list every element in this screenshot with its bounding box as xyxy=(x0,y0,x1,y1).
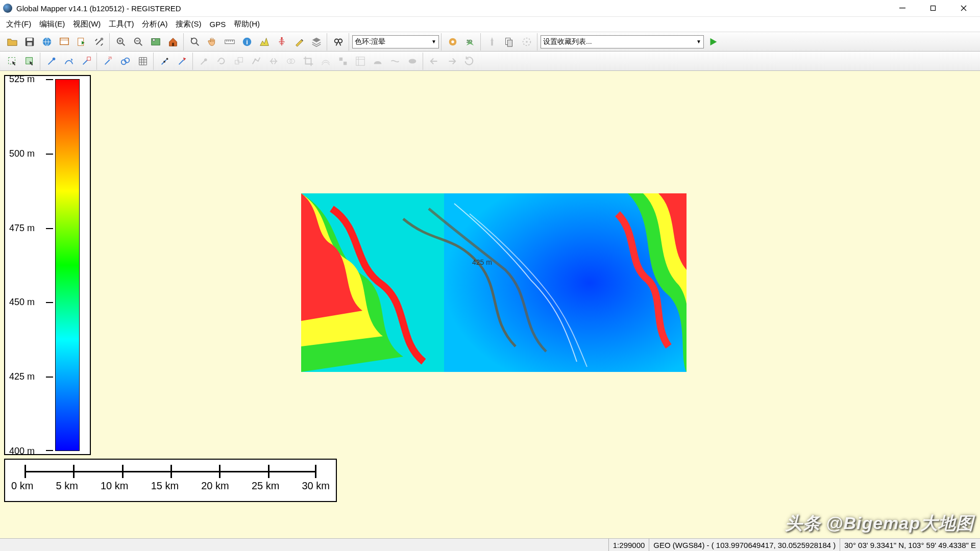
menu-file[interactable]: 文件(F) xyxy=(2,18,35,31)
svg-rect-15 xyxy=(225,40,234,43)
edit-snap-button[interactable] xyxy=(335,53,351,69)
edit-combine-button[interactable] xyxy=(283,53,299,69)
chevron-down-icon: ▼ xyxy=(696,39,701,44)
svg-rect-0 xyxy=(899,8,905,8)
menu-view[interactable]: 视图(W) xyxy=(69,18,105,31)
save-button[interactable] xyxy=(21,34,38,50)
chevron-down-icon: ▼ xyxy=(431,39,436,44)
info-tool-button[interactable]: i xyxy=(239,34,255,50)
select-button[interactable] xyxy=(4,53,20,69)
online-data-button[interactable] xyxy=(39,34,55,50)
workspace-button[interactable] xyxy=(56,34,72,50)
menu-gps[interactable]: GPS xyxy=(205,18,230,30)
edit-rotate-button[interactable] xyxy=(213,53,230,69)
svg-rect-3 xyxy=(27,38,33,41)
menu-search[interactable]: 搜索(S) xyxy=(172,18,205,31)
menu-help[interactable]: 帮助(H) xyxy=(230,18,264,31)
svg-point-19 xyxy=(335,39,338,42)
zoom-out-button[interactable] xyxy=(130,34,146,50)
find-button[interactable] xyxy=(330,34,347,50)
legend-ticks xyxy=(46,79,55,451)
terrain-raster: 425 m xyxy=(301,193,687,372)
svg-point-12 xyxy=(153,39,155,41)
scale-label: 15 km xyxy=(151,480,179,492)
shader-dropdown[interactable]: 色环:渲晕▼ xyxy=(352,35,439,48)
create-buffer-button[interactable] xyxy=(174,53,190,69)
menu-analysis[interactable]: 分析(A) xyxy=(138,18,172,31)
close-button[interactable] xyxy=(948,0,979,17)
full-extent-button[interactable] xyxy=(148,34,164,50)
viewshed-tool-button[interactable] xyxy=(274,34,290,50)
gps-track-button[interactable] xyxy=(519,34,535,50)
legend-color-bar xyxy=(55,79,80,451)
scale-label: 20 km xyxy=(201,480,229,492)
favorites-dropdown[interactable]: 设置收藏列表...▼ xyxy=(541,35,704,48)
maximize-button[interactable] xyxy=(918,0,948,17)
menu-tools[interactable]: 工具(T) xyxy=(105,18,138,31)
svg-rect-44 xyxy=(339,57,342,60)
refresh-button[interactable] xyxy=(461,53,477,69)
layers-button[interactable] xyxy=(308,34,325,50)
create-range-ring-button[interactable] xyxy=(157,53,173,69)
digitizer-tool-button[interactable] xyxy=(291,34,307,50)
3d-view-button[interactable]: 3D xyxy=(462,34,478,50)
minimize-button[interactable] xyxy=(887,0,918,17)
svg-point-8 xyxy=(101,37,104,40)
scale-label: 5 km xyxy=(56,480,78,492)
create-cogo-button[interactable]: 25 xyxy=(100,53,116,69)
home-view-button[interactable] xyxy=(165,34,181,50)
edit-smooth-button[interactable] xyxy=(404,53,421,69)
measure-tool-button[interactable] xyxy=(222,34,238,50)
svg-rect-46 xyxy=(356,57,365,65)
svg-rect-26 xyxy=(507,40,512,46)
edit-offset-button[interactable] xyxy=(317,53,334,69)
gps-start-button[interactable] xyxy=(484,34,500,50)
edit-attr-button[interactable] xyxy=(352,53,369,69)
legend-tick-label: 525 m xyxy=(9,74,35,85)
svg-rect-24 xyxy=(491,41,493,45)
pan-tool-button[interactable] xyxy=(204,34,220,50)
edit-simplify-button[interactable] xyxy=(387,53,403,69)
edit-scale-button[interactable] xyxy=(231,53,247,69)
svg-point-18 xyxy=(281,37,283,39)
toolbar-secondary: 25 xyxy=(0,52,980,71)
shader-value: 色环:渲晕 xyxy=(355,37,385,46)
open-file-button[interactable] xyxy=(4,34,20,50)
edit-crop-button[interactable] xyxy=(300,53,316,69)
svg-rect-40 xyxy=(238,57,242,62)
create-line-button[interactable] xyxy=(61,53,77,69)
edit-split-button[interactable] xyxy=(265,53,282,69)
toolbar-primary: i 色环:渲晕▼ 3D 设置收藏列表...▼ xyxy=(0,32,980,52)
menu-edit[interactable]: 编辑(E) xyxy=(35,18,69,31)
menubar: 文件(F) 编辑(E) 视图(W) 工具(T) 分析(A) 搜索(S) GPS … xyxy=(0,17,980,32)
render-options-button[interactable] xyxy=(445,34,461,50)
config-button[interactable] xyxy=(91,34,107,50)
create-point-button[interactable] xyxy=(43,53,60,69)
svg-point-28 xyxy=(526,41,528,43)
edit-vertex-button[interactable] xyxy=(248,53,264,69)
svg-point-38 xyxy=(204,58,207,61)
statusbar: 1:299000 GEO (WGS84) - ( 103.9970649417,… xyxy=(0,538,980,551)
redo-button[interactable] xyxy=(444,53,460,69)
create-grid-button[interactable] xyxy=(135,53,151,69)
run-favorite-button[interactable] xyxy=(705,34,721,50)
create-circle-button[interactable] xyxy=(117,53,134,69)
profile-tool-button[interactable] xyxy=(256,34,273,50)
legend-tick-label: 425 m xyxy=(9,371,35,382)
svg-point-20 xyxy=(338,39,342,42)
create-trace-button[interactable] xyxy=(78,53,94,69)
edit-move-button[interactable] xyxy=(196,53,212,69)
gps-manage-button[interactable] xyxy=(501,34,518,50)
undo-button[interactable] xyxy=(426,53,443,69)
watermark-text: 头条 @Bigemap大地图 xyxy=(785,512,974,535)
select-area-button[interactable] xyxy=(21,53,38,69)
zoom-in-button[interactable] xyxy=(113,34,129,50)
scale-label: 30 km xyxy=(302,480,330,492)
zoom-tool-button[interactable] xyxy=(187,34,203,50)
favorites-value: 设置收藏列表... xyxy=(543,37,592,46)
map-viewport[interactable]: 525 m 500 m 475 m 450 m 425 m 400 m xyxy=(0,71,980,538)
scale-label: 10 km xyxy=(101,480,128,492)
edit-island-button[interactable] xyxy=(370,53,386,69)
scale-label: 0 km xyxy=(11,480,33,492)
export-button[interactable] xyxy=(74,34,90,50)
